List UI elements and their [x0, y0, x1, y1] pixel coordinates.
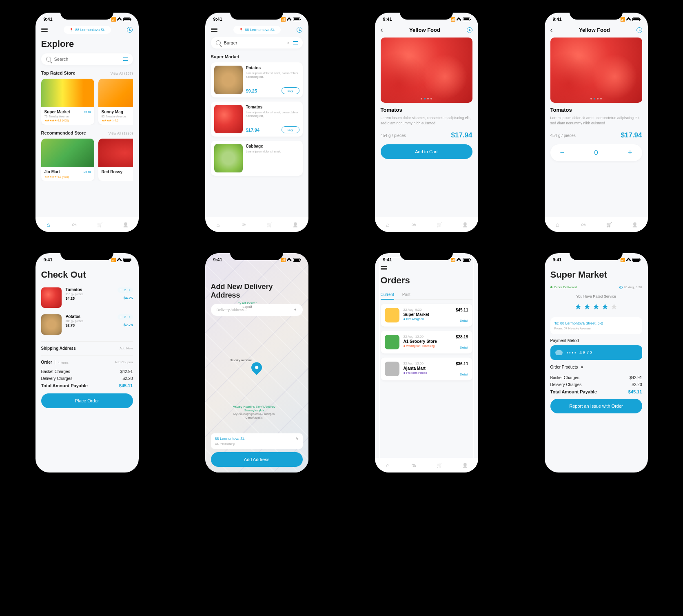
total-label: Total Amount Payable	[550, 389, 597, 394]
edit-icon[interactable]: ✎	[295, 437, 299, 441]
star-icon[interactable]: ★	[574, 302, 582, 311]
back-icon[interactable]: ‹	[550, 26, 553, 34]
store-name: Super Market	[44, 110, 70, 114]
nav-user-icon[interactable]	[292, 221, 299, 228]
rating-stars[interactable]: ★ ★ ★ ★ ★	[550, 302, 642, 311]
nav-bag-icon[interactable]	[240, 221, 247, 228]
payment-card[interactable]: •••• 4873	[550, 345, 642, 360]
qty-plus-icon[interactable]: +	[129, 288, 131, 292]
nav-cart-icon[interactable]	[436, 221, 443, 228]
product-card[interactable]: Cabbage Lorem ipsum dolor sit amet,	[211, 141, 303, 176]
qty-stepper[interactable]: −2+	[118, 287, 133, 293]
filter-icon[interactable]	[293, 41, 298, 45]
statusbar: 9:41	[205, 253, 308, 265]
basket-val: $42.91	[630, 375, 642, 380]
search-bar[interactable]: ×	[211, 37, 303, 49]
order-status-badge: Order Delivered	[550, 285, 577, 289]
qty-stepper[interactable]: −2+	[118, 314, 133, 320]
history-icon[interactable]	[636, 27, 642, 33]
qty-minus-button[interactable]: −	[560, 148, 565, 157]
history-icon[interactable]	[127, 27, 133, 33]
star-icon[interactable]: ★	[592, 302, 600, 311]
filter-icon[interactable]	[123, 57, 128, 61]
order-products-toggle[interactable]: Order Products ▾	[550, 365, 642, 369]
qty-minus-icon[interactable]: −	[120, 288, 122, 292]
nav-user-icon[interactable]	[632, 221, 638, 228]
star-icon[interactable]: ★	[610, 302, 618, 311]
map-pin-icon[interactable]	[249, 360, 264, 375]
nav-home-icon[interactable]	[554, 221, 561, 228]
buy-button[interactable]: Buy	[282, 126, 299, 133]
add-address-button[interactable]: Add Address	[211, 452, 303, 467]
nav-bag-icon[interactable]	[410, 221, 417, 228]
nav-user-icon[interactable]	[462, 221, 468, 228]
back-icon[interactable]: ‹	[381, 26, 383, 34]
section-title: Super Market	[211, 54, 239, 59]
search-input[interactable]	[54, 57, 120, 62]
chevron-down-icon: ▾	[581, 365, 583, 369]
store-name: Red Rossy	[102, 170, 123, 174]
map-poi: ey Art CenterБорей	[238, 301, 257, 309]
add-to-cart-button[interactable]: Add to Cart	[381, 144, 472, 159]
store-card[interactable]: Super Market75 m 70, Nevsky Avenue ★★★★★…	[41, 79, 94, 125]
search-input[interactable]	[224, 40, 284, 45]
phone-product-detail: 9:41 ‹ Yellow Food Tomatos Lorem ipsum d…	[370, 8, 483, 236]
menu-icon[interactable]	[211, 28, 217, 32]
nav-home-icon[interactable]	[384, 462, 391, 468]
nav-cart-icon[interactable]	[606, 221, 612, 228]
nav-bag-icon[interactable]	[580, 221, 586, 228]
order-card[interactable]: 22 Aug, 12:00 A1 Grocery Store Waiting f…	[381, 331, 472, 353]
nav-cart-icon[interactable]	[436, 462, 443, 468]
nav-user-icon[interactable]	[462, 462, 468, 468]
nav-home-icon[interactable]	[384, 221, 391, 228]
address-card[interactable]: 88 Lermontova St.✎ St. Petesburg	[211, 433, 303, 449]
product-desc: Lorem ipsum dolor sit amet, consectetuer…	[246, 71, 299, 79]
clear-icon[interactable]: ×	[287, 41, 290, 45]
nav-bag-icon[interactable]	[71, 221, 77, 228]
phone-product-stepper: 9:41 ‹ Yellow Food Tomatos Lorem ipsum d…	[540, 8, 652, 236]
address-pill[interactable]: 88 Lermontova St.	[233, 26, 281, 34]
product-hero-image[interactable]	[381, 38, 472, 103]
item-name: Potatos	[66, 314, 113, 319]
history-icon[interactable]	[467, 27, 472, 33]
report-issue-button[interactable]: Report an Issue with Order	[550, 399, 642, 413]
battery-icon	[463, 18, 470, 21]
add-new-address[interactable]: Add New	[120, 347, 133, 350]
store-card[interactable]: Red Rossy	[98, 139, 133, 181]
view-all-top[interactable]: View All (137)	[111, 71, 133, 75]
qty-minus-icon[interactable]: −	[120, 315, 122, 319]
star-icon[interactable]: ★	[583, 302, 591, 311]
send-icon[interactable]: ➤	[293, 307, 298, 313]
item-subtotal: $4.25	[118, 296, 133, 300]
nav-bag-icon[interactable]	[410, 462, 417, 468]
nav-home-icon[interactable]	[45, 221, 51, 228]
search-bar[interactable]	[41, 53, 133, 65]
product-card[interactable]: Tomatos Lorem ipsum dolor sit amet, cons…	[211, 102, 303, 137]
product-desc: Lorem ipsum dolor sit amet, consectetue …	[550, 115, 642, 126]
store-card[interactable]: Sunny Mag 83, Nevsky Avenue ★★★★☆ 4.6	[98, 79, 133, 125]
star-icon[interactable]: ★	[601, 302, 609, 311]
search-icon	[46, 57, 51, 62]
qty-plus-icon[interactable]: +	[129, 315, 131, 319]
item-image	[41, 287, 62, 308]
store-card[interactable]: Jio Mart25 m ★★★★★ 4.8 (458)	[41, 139, 94, 181]
store-image	[98, 139, 133, 167]
history-icon[interactable]	[297, 27, 302, 33]
battery-icon	[123, 258, 131, 262]
buy-button[interactable]: Buy	[282, 87, 299, 94]
place-order-button[interactable]: Place Order	[41, 393, 133, 408]
battery-icon	[293, 258, 300, 262]
product-hero-image[interactable]	[550, 38, 642, 103]
product-card[interactable]: Potatos Lorem ipsum dolor sit amet, cons…	[211, 62, 303, 97]
menu-icon[interactable]	[41, 28, 48, 32]
add-coupon[interactable]: Add Coupon	[115, 360, 133, 364]
view-all-rec[interactable]: View All (1298)	[109, 131, 133, 135]
nav-cart-icon[interactable]	[97, 221, 103, 228]
qty-plus-button[interactable]: +	[628, 148, 632, 157]
nav-home-icon[interactable]	[215, 221, 221, 228]
wifi-icon	[287, 257, 292, 262]
product-image	[214, 66, 243, 94]
address-pill[interactable]: 88 Lermontova St.	[64, 26, 111, 34]
nav-cart-icon[interactable]	[266, 221, 273, 228]
nav-user-icon[interactable]	[122, 221, 129, 228]
